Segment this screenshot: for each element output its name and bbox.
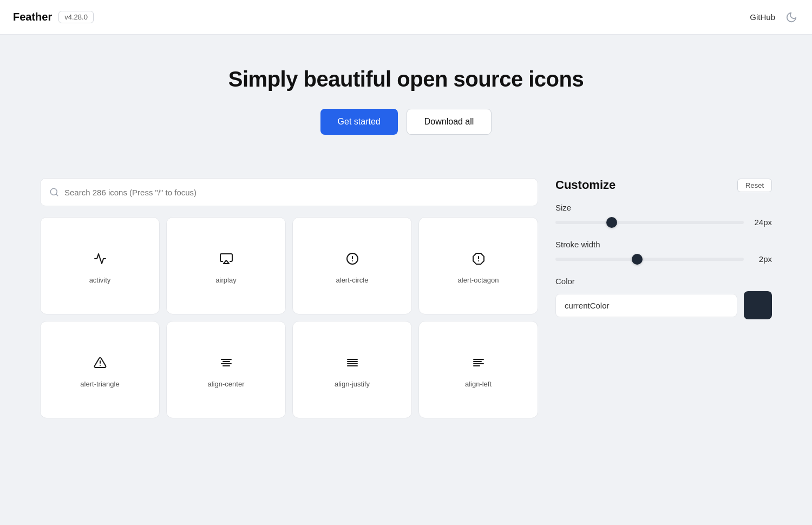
icon-label-alert-octagon: alert-octagon <box>458 276 499 284</box>
stroke-control: Stroke width 2px <box>555 240 772 264</box>
icon-label-align-justify: align-justify <box>335 380 370 388</box>
hero-section: Simply beautiful open source icons Get s… <box>0 35 812 161</box>
icon-card-activity[interactable]: activity <box>40 217 160 314</box>
customize-panel: Customize Reset Size 24px Stroke width 2… <box>555 178 772 418</box>
stroke-slider[interactable] <box>555 258 744 261</box>
header-left: Feather v4.28.0 <box>13 11 94 23</box>
stroke-value: 2px <box>750 254 772 264</box>
color-label: Color <box>555 277 772 286</box>
icon-card-alert-triangle[interactable]: alert-triangle <box>40 321 160 418</box>
icon-label-airplay: airplay <box>215 276 236 284</box>
activity-icon <box>94 252 107 265</box>
size-control: Size 24px <box>555 203 772 227</box>
svg-line-1 <box>56 194 57 195</box>
main-content: activity airplay alert-circle <box>27 161 785 436</box>
svg-marker-2 <box>224 260 229 264</box>
color-swatch[interactable] <box>744 291 772 319</box>
icon-label-align-center: align-center <box>208 380 245 388</box>
alert-circle-icon <box>346 252 359 265</box>
github-link[interactable]: GitHub <box>750 12 775 22</box>
version-badge: v4.28.0 <box>58 11 94 23</box>
search-bar <box>40 178 538 206</box>
size-slider-row: 24px <box>555 218 772 227</box>
size-value: 24px <box>750 218 772 227</box>
header: Feather v4.28.0 GitHub <box>0 0 812 35</box>
airplay-icon <box>220 252 233 265</box>
color-control: Color <box>555 277 772 319</box>
icon-card-align-center[interactable]: align-center <box>166 321 286 418</box>
color-row <box>555 291 772 319</box>
download-all-button[interactable]: Download all <box>407 109 492 135</box>
align-center-icon <box>220 356 233 369</box>
customize-title: Customize <box>555 178 615 192</box>
hero-title: Simply beautiful open source icons <box>13 67 799 91</box>
search-icon <box>49 187 59 197</box>
stroke-label: Stroke width <box>555 240 772 249</box>
app-logo: Feather <box>13 11 52 23</box>
header-right: GitHub <box>750 10 799 25</box>
size-label: Size <box>555 203 772 212</box>
icon-label-align-left: align-left <box>465 380 492 388</box>
icon-card-alert-octagon[interactable]: alert-octagon <box>418 217 538 314</box>
icon-card-airplay[interactable]: airplay <box>166 217 286 314</box>
customize-header: Customize Reset <box>555 178 772 192</box>
alert-triangle-icon <box>94 356 107 369</box>
icon-label-activity: activity <box>89 276 111 284</box>
icon-label-alert-circle: alert-circle <box>336 276 369 284</box>
icon-label-alert-triangle: alert-triangle <box>80 380 119 388</box>
alert-octagon-icon <box>472 252 485 265</box>
reset-button[interactable]: Reset <box>737 179 772 192</box>
icon-card-alert-circle[interactable]: alert-circle <box>292 217 412 314</box>
size-slider[interactable] <box>555 221 744 224</box>
get-started-button[interactable]: Get started <box>320 109 398 135</box>
stroke-slider-row: 2px <box>555 254 772 264</box>
hero-buttons: Get started Download all <box>13 109 799 135</box>
dark-mode-toggle[interactable] <box>784 10 799 25</box>
icon-card-align-justify[interactable]: align-justify <box>292 321 412 418</box>
search-input[interactable] <box>64 188 529 197</box>
icon-card-align-left[interactable]: align-left <box>418 321 538 418</box>
color-input[interactable] <box>555 294 737 317</box>
icon-grid: activity airplay alert-circle <box>40 217 538 418</box>
align-left-icon <box>472 356 485 369</box>
icons-panel: activity airplay alert-circle <box>40 178 538 418</box>
align-justify-icon <box>346 356 359 369</box>
